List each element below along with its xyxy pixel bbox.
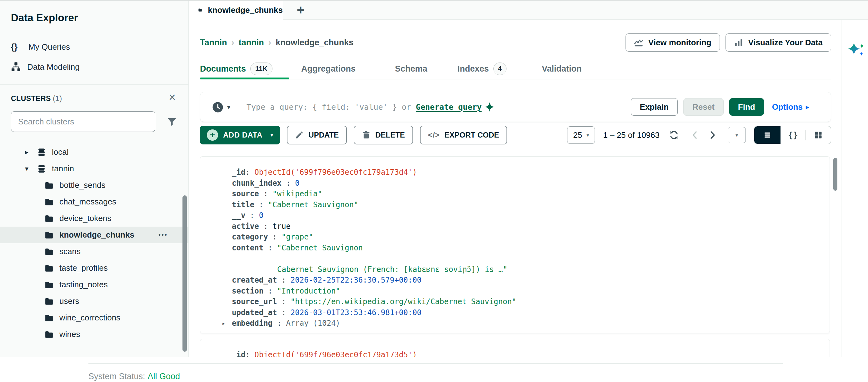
- json-view-button[interactable]: {}: [780, 126, 806, 144]
- folder-icon: [44, 197, 54, 207]
- item-menu-icon[interactable]: •••: [158, 231, 168, 238]
- tree-label: chat_messages: [59, 197, 116, 207]
- collection-item-chat_messages[interactable]: chat_messages: [0, 194, 188, 210]
- app-title: Data Explorer: [11, 12, 78, 24]
- tree-label: bottle_sends: [59, 180, 105, 190]
- indexes-count-badge: 4: [493, 62, 506, 75]
- view-options-dropdown[interactable]: ▾: [728, 127, 746, 143]
- field-row-source_url: source_url : "https://en.wikipedia.org/w…: [232, 296, 820, 307]
- sidebar-scrollbar[interactable]: [183, 195, 187, 352]
- sidebar-item-data-modeling[interactable]: Data Modeling: [11, 60, 80, 74]
- query-actions: Explain Reset Find Options ▸: [631, 92, 809, 122]
- sidebar-item-my-queries[interactable]: {} My Queries: [11, 40, 70, 54]
- field-value: 2026-02-25T22:36:30.579+00:00: [290, 276, 422, 285]
- collection-item-tasting_notes[interactable]: tasting_notes: [0, 276, 188, 293]
- tab-knowledge_chunks[interactable]: knowledge_chunks: [189, 0, 283, 20]
- field-row-blank: [232, 253, 820, 264]
- folder-icon: [44, 181, 54, 190]
- reset-button[interactable]: Reset: [683, 98, 724, 116]
- caret-right-icon[interactable]: ▸: [25, 148, 37, 156]
- expand-caret-icon[interactable]: ▸: [222, 318, 225, 329]
- tabs-border: [200, 79, 831, 80]
- field-value: ObjectId('699f796e03ec0fc179a173d4'): [254, 168, 417, 177]
- field-value: Cabernet Sauvignon (French: [kabɛʁnɛ sov…: [277, 265, 507, 274]
- ai-assistant-sparkle-icon[interactable]: [848, 41, 865, 59]
- field-row-embedding: ▸embedding : Array (1024): [232, 318, 820, 329]
- close-icon[interactable]: ×: [169, 91, 176, 103]
- collection-item-knowledge_chunks[interactable]: knowledge_chunks•••: [0, 227, 188, 243]
- tree-label: knowledge_chunks: [59, 230, 134, 240]
- trash-icon: [362, 131, 371, 140]
- export-code-button[interactable]: </> EXPORT CODE: [420, 126, 507, 144]
- code-icon: </>: [428, 131, 440, 140]
- field-value: 0: [259, 211, 264, 220]
- search-clusters-input[interactable]: [11, 111, 155, 132]
- field-value: "Introduction": [277, 287, 340, 295]
- cluster-item-local[interactable]: ▸local: [0, 144, 188, 160]
- tab-validation[interactable]: Validation: [542, 61, 582, 76]
- braces-icon: {}: [11, 42, 22, 52]
- caret-down-icon[interactable]: ▾: [25, 165, 37, 173]
- tab-schema[interactable]: Schema: [395, 61, 428, 76]
- visualize-your-data-button[interactable]: Visualize Your Data: [725, 33, 831, 52]
- collection-item-users[interactable]: users: [0, 293, 188, 310]
- add-tab-button[interactable]: +: [290, 0, 311, 20]
- collection-item-device_tokens[interactable]: device_tokens: [0, 210, 188, 227]
- tab-documents[interactable]: Documents 11K: [200, 61, 273, 76]
- data-modeling-icon: [11, 62, 21, 72]
- collection-item-taste_profiles[interactable]: taste_profiles: [0, 260, 188, 276]
- field-row-__v: __v : 0: [232, 210, 820, 221]
- query-input[interactable]: Type a query: { field: 'value' } or Gene…: [247, 92, 494, 122]
- filter-icon[interactable]: [167, 117, 177, 127]
- breadcrumb-database[interactable]: tannin: [239, 38, 264, 48]
- update-button[interactable]: UPDATE: [287, 126, 347, 144]
- field-value: "grape": [281, 233, 313, 241]
- refresh-icon: [669, 130, 679, 140]
- document-card: _id: ObjectId('699f796e03ec0fc179a173d5'…: [200, 339, 830, 358]
- generate-query-link[interactable]: Generate query: [416, 102, 482, 112]
- field-key: _id: [232, 168, 245, 177]
- add-data-button[interactable]: + ADD DATA ▾: [200, 126, 280, 144]
- field-key: source_url: [232, 297, 277, 306]
- view-monitoring-button[interactable]: View monitoring: [625, 33, 720, 52]
- page-size-select[interactable]: 25 ▾: [567, 126, 595, 144]
- delete-button[interactable]: DELETE: [354, 126, 413, 144]
- field-row-active: active : true: [232, 221, 820, 232]
- collection-item-scans[interactable]: scans: [0, 243, 188, 260]
- folder-icon: [44, 247, 54, 256]
- options-toggle[interactable]: Options ▸: [772, 102, 809, 112]
- collection-item-bottle_sends[interactable]: bottle_sends: [0, 177, 188, 194]
- tab-aggregations[interactable]: Aggregations: [301, 61, 355, 76]
- explain-button[interactable]: Explain: [631, 98, 678, 116]
- sidebar-item-label: Data Modeling: [27, 62, 80, 72]
- find-button[interactable]: Find: [729, 98, 764, 116]
- field-separator: :: [273, 319, 286, 328]
- caret-down-icon: ▾: [271, 132, 273, 139]
- caret-down-icon: ▾: [736, 132, 738, 138]
- breadcrumb-cluster[interactable]: Tannin: [200, 38, 227, 48]
- refresh-button[interactable]: [669, 130, 679, 140]
- tree-label: scans: [59, 247, 81, 256]
- query-history-clock-icon[interactable]: [212, 101, 223, 113]
- field-separator: :: [264, 287, 277, 295]
- field-row-_id: _id: ObjectId('699f796e03ec0fc179a173d5'…: [232, 350, 820, 358]
- database-icon: [37, 148, 46, 157]
- collection-item-wines[interactable]: wines: [0, 326, 188, 343]
- tab-indexes[interactable]: Indexes 4: [458, 61, 506, 76]
- tab-label: Validation: [542, 64, 582, 74]
- documents-scrollbar[interactable]: [833, 158, 837, 191]
- next-page-button[interactable]: [708, 130, 717, 140]
- cluster-item-tannin[interactable]: ▾tannin: [0, 160, 188, 177]
- field-value: ObjectId('699f796e03ec0fc179a173d5'): [254, 350, 417, 358]
- query-bar: ▾ Type a query: { field: 'value' } or Ge…: [200, 92, 831, 122]
- clusters-count: (1): [53, 94, 62, 102]
- prev-page-button[interactable]: [690, 130, 700, 140]
- list-view-icon: [763, 131, 772, 140]
- field-row-content-wrapped: Cabernet Sauvignon (French: [kabɛʁnɛ sov…: [232, 264, 820, 275]
- main-panel: Tannin › tannin › knowledge_chunks View …: [189, 19, 841, 357]
- field-row-updated_at: updated_at : 2026-03-01T23:53:46.981+00:…: [232, 307, 820, 318]
- caret-down-icon[interactable]: ▾: [227, 104, 230, 111]
- list-view-button[interactable]: [754, 126, 780, 144]
- table-view-button[interactable]: [806, 126, 831, 144]
- collection-item-wine_corrections[interactable]: wine_corrections: [0, 310, 188, 326]
